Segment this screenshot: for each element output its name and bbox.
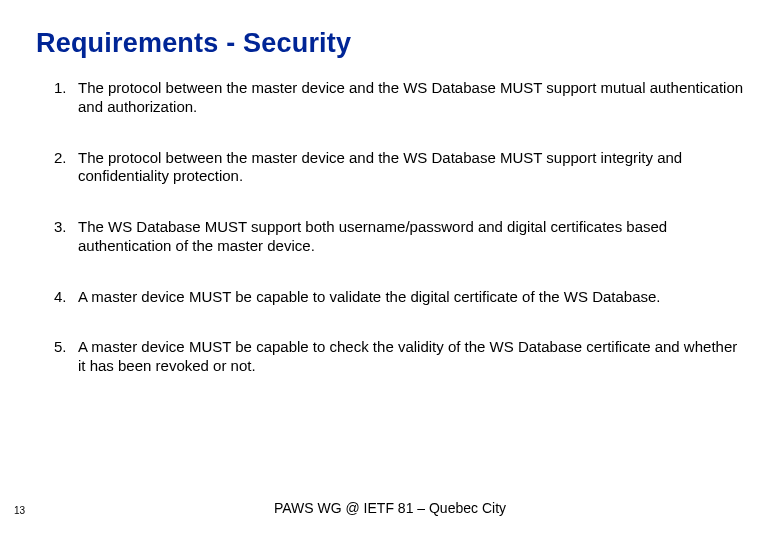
- list-item: 3. The WS Database MUST support both use…: [54, 218, 744, 256]
- list-item: 1. The protocol between the master devic…: [54, 79, 744, 117]
- item-text: The WS Database MUST support both userna…: [78, 218, 744, 256]
- item-number: 2.: [54, 149, 78, 168]
- item-text: The protocol between the master device a…: [78, 149, 744, 187]
- slide: Requirements - Security 1. The protocol …: [0, 0, 780, 540]
- requirements-list: 1. The protocol between the master devic…: [36, 79, 744, 376]
- item-text: A master device MUST be capable to check…: [78, 338, 744, 376]
- item-number: 3.: [54, 218, 78, 237]
- slide-title: Requirements - Security: [36, 28, 744, 59]
- list-item: 4. A master device MUST be capable to va…: [54, 288, 744, 307]
- item-number: 5.: [54, 338, 78, 357]
- list-item: 2. The protocol between the master devic…: [54, 149, 744, 187]
- item-text: The protocol between the master device a…: [78, 79, 744, 117]
- item-text: A master device MUST be capable to valid…: [78, 288, 744, 307]
- item-number: 1.: [54, 79, 78, 98]
- list-item: 5. A master device MUST be capable to ch…: [54, 338, 744, 376]
- footer-text: PAWS WG @ IETF 81 – Quebec City: [0, 500, 780, 516]
- item-number: 4.: [54, 288, 78, 307]
